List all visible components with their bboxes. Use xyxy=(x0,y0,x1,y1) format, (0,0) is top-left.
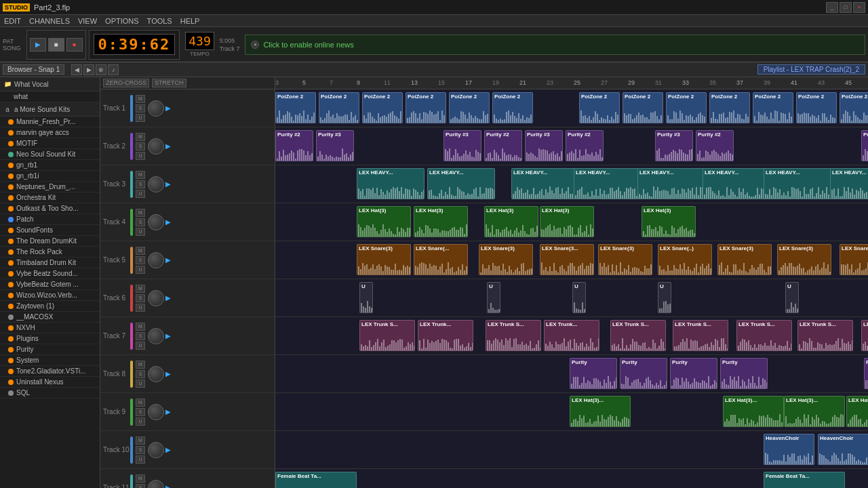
clip-3-2[interactable]: LEX HEAVY... xyxy=(511,168,579,199)
clip-5-5[interactable]: LEX Snare(..) xyxy=(658,244,712,275)
sidebar-item-15[interactable]: VybeBeatz Gotem ... xyxy=(0,279,100,290)
clip-4-3[interactable]: LEX Hat(3) xyxy=(540,206,594,237)
clip-1-1[interactable]: PoiZone 2 xyxy=(319,92,359,123)
clip-5-6[interactable]: LEX Snare(3) xyxy=(717,244,772,275)
clip-1-8[interactable]: PoiZone 2 xyxy=(666,92,707,123)
track-btn-m-1[interactable]: M xyxy=(136,95,145,103)
track-knob-11[interactable] xyxy=(148,480,164,489)
browser-btn-4[interactable]: ♪ xyxy=(108,64,119,75)
track-btn-m-7[interactable]: M xyxy=(136,323,145,331)
clip-8-0[interactable]: Purity xyxy=(570,358,617,389)
menu-options[interactable]: OPTIONS xyxy=(104,17,140,25)
sidebar-item-3[interactable]: Neo Soul Sound Kit xyxy=(0,149,100,160)
clip-3-1[interactable]: LEX HEAVY... xyxy=(427,168,495,199)
track-content-8[interactable]: PurityPurityPurityPurityPurityPurityPuri… xyxy=(275,355,868,392)
clip-3-6[interactable]: LEX HEAVY... xyxy=(764,168,831,199)
sidebar-item-11[interactable]: The Dream DrumKit xyxy=(0,236,100,247)
sidebar-item-13[interactable]: Timbaland Drum Kit xyxy=(0,258,100,268)
track-btn-u-9[interactable]: U xyxy=(136,418,145,426)
clip-11-0[interactable]: Female Beat Ta... xyxy=(275,472,357,488)
clip-5-8[interactable]: LEX Snare(3) xyxy=(840,244,868,275)
clip-2-7[interactable]: Purity #2 xyxy=(696,130,734,161)
track-content-2[interactable]: Purity #2Purity #3Purity #3Purity #2Puri… xyxy=(275,127,868,165)
close-button[interactable]: × xyxy=(853,2,865,13)
clip-6-0[interactable]: U xyxy=(359,282,373,313)
clip-6-2[interactable]: U xyxy=(572,282,586,313)
track-knob-4[interactable] xyxy=(148,214,164,230)
track-knob-10[interactable] xyxy=(148,442,164,458)
clip-7-7[interactable]: LEX Trunk S... xyxy=(797,320,853,351)
browser-btn-3[interactable]: ⊕ xyxy=(96,64,106,75)
sidebar-item-7[interactable]: Orchestra Kit xyxy=(0,192,100,203)
sidebar-section-more-sound-kits[interactable]: a a More Sound Kits xyxy=(0,102,100,117)
track-btn-s-7[interactable]: S xyxy=(136,332,145,340)
track-btn-s-8[interactable]: S xyxy=(136,370,145,378)
track-btn-s-4[interactable]: S xyxy=(136,218,145,226)
track-btn-u-6[interactable]: U xyxy=(136,304,145,312)
clip-6-1[interactable]: U xyxy=(487,282,500,313)
clip-4-4[interactable]: LEX Hat(3) xyxy=(642,206,696,237)
track-btn-s-9[interactable]: S xyxy=(136,408,145,416)
browser-btn-1[interactable]: ◀ xyxy=(71,64,82,75)
sidebar-item-1[interactable]: marvin gaye accs xyxy=(0,127,100,138)
clip-3-0[interactable]: LEX HEAVY... xyxy=(357,168,425,199)
clip-9-2[interactable]: LEX Hat(3)... xyxy=(784,396,845,427)
clip-5-1[interactable]: LEX Snare(... xyxy=(414,244,468,275)
clip-2-8[interactable]: Purity #2 xyxy=(861,130,868,161)
clip-1-3[interactable]: PoiZone 2 xyxy=(406,92,446,123)
track-content-10[interactable]: HeavenChoirHeavenChoirHeavenCho...Heaven… xyxy=(275,431,868,468)
clip-10-0[interactable]: HeavenChoir xyxy=(764,434,814,465)
clip-1-4[interactable]: PoiZone 2 xyxy=(449,92,490,123)
clip-5-2[interactable]: LEX Snare(3) xyxy=(479,244,533,275)
menu-help[interactable]: HELP xyxy=(179,17,201,25)
track-knob-2[interactable] xyxy=(148,138,164,155)
clip-7-8[interactable]: LEX Trunk S... xyxy=(861,320,868,351)
clip-5-3[interactable]: LEX Snare(3... xyxy=(540,244,594,275)
minimize-button[interactable]: _ xyxy=(826,2,838,13)
sidebar-item-4[interactable]: gn_rb1 xyxy=(0,160,100,171)
track-content-7[interactable]: LEX Trunk S...LEX Trunk...LEX Trunk S...… xyxy=(275,317,868,354)
sidebar-item-16[interactable]: Wizoo.Wizoo.Verb... xyxy=(0,290,100,301)
track-knob-6[interactable] xyxy=(148,290,164,306)
clip-2-2[interactable]: Purity #3 xyxy=(443,130,481,161)
sidebar-item-10[interactable]: SoundFonts xyxy=(0,225,100,236)
news-bar[interactable]: ● Click to enable online news xyxy=(245,35,865,55)
track-btn-s-2[interactable]: S xyxy=(136,142,145,150)
clip-3-5[interactable]: LEX HEAVY... xyxy=(703,168,770,199)
sidebar-item-23[interactable]: Tone2.Gladiator.VSTi... xyxy=(0,366,100,377)
track-content-4[interactable]: LEX Hat(3)LEX Hat(3)LEX Hat(3)LEX Hat(3)… xyxy=(275,203,868,241)
clip-8-2[interactable]: Purity xyxy=(670,358,717,389)
clip-8-3[interactable]: Purity xyxy=(720,358,768,389)
track-knob-7[interactable] xyxy=(148,328,164,344)
clip-4-0[interactable]: LEX Hat(3) xyxy=(357,206,411,237)
track-btn-m-5[interactable]: M xyxy=(136,247,145,255)
clip-1-6[interactable]: PoiZone 2 xyxy=(579,92,620,123)
sidebar-item-21[interactable]: Purity xyxy=(0,344,100,355)
track-btn-m-3[interactable]: M xyxy=(136,171,145,179)
clip-3-7[interactable]: LEX HEAVY... xyxy=(830,168,868,199)
sidebar-item-2[interactable]: MOTIF xyxy=(0,138,100,149)
track-knob-3[interactable] xyxy=(148,176,164,192)
track-knob-9[interactable] xyxy=(148,404,164,420)
clip-1-2[interactable]: PoiZone 2 xyxy=(362,92,403,123)
clip-1-10[interactable]: PoiZone 2 xyxy=(753,92,793,123)
clip-2-0[interactable]: Purity #2 xyxy=(275,130,313,161)
track-content-11[interactable]: Female Beat Ta...Female Beat Ta... xyxy=(275,469,868,488)
clip-9-3[interactable]: LEX Hat(3)... xyxy=(846,396,868,427)
clip-4-2[interactable]: LEX Hat(3) xyxy=(484,206,538,237)
sidebar-item-20[interactable]: Plugins xyxy=(0,333,100,344)
maximize-button[interactable]: □ xyxy=(840,2,852,13)
menu-channels[interactable]: CHANNELS xyxy=(28,17,71,25)
playlist-label[interactable]: Playlist - LEX TRAP Crash(2)_2 xyxy=(757,64,865,75)
clip-2-3[interactable]: Purity #2 xyxy=(484,130,522,161)
sidebar-item-9[interactable]: Patch xyxy=(0,214,100,225)
sidebar-item-6[interactable]: Neptunes_Drum_... xyxy=(0,182,100,192)
track-btn-m-10[interactable]: M xyxy=(136,436,145,445)
track-btn-u-1[interactable]: U xyxy=(136,114,145,122)
stretch-btn[interactable]: STRETCH xyxy=(152,79,186,87)
track-content-1[interactable]: PoiZone 2PoiZone 2PoiZone 2PoiZone 2PoiZ… xyxy=(275,89,868,127)
clip-2-6[interactable]: Purity #3 xyxy=(655,130,693,161)
sidebar-item-25[interactable]: SQL xyxy=(0,388,100,399)
track-btn-m-4[interactable]: M xyxy=(136,209,145,217)
track-btn-u-3[interactable]: U xyxy=(136,190,145,198)
